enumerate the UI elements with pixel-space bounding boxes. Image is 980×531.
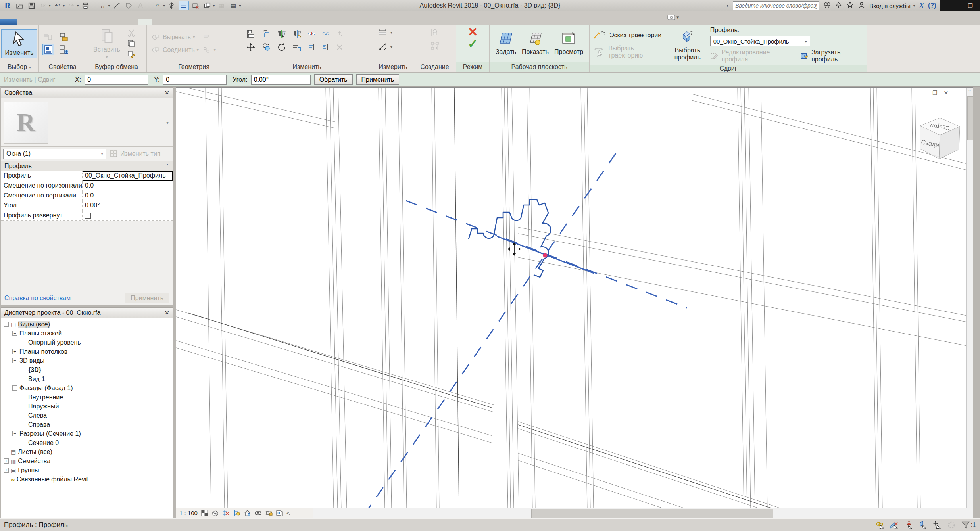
- tree-expander-icon[interactable]: −: [12, 385, 17, 391]
- param-row[interactable]: Профиль развернут: [1, 211, 173, 221]
- tree-item[interactable]: Справа: [1, 420, 173, 429]
- apply-options-button[interactable]: Применить: [356, 74, 400, 85]
- panel-caption-properties[interactable]: Свойства: [39, 62, 86, 72]
- tree-expander-icon[interactable]: −: [12, 431, 17, 436]
- selection-filter[interactable]: :1: [961, 521, 976, 529]
- tree-item[interactable]: − Планы этажей: [1, 329, 173, 338]
- ribbon-tab[interactable]: [98, 19, 111, 25]
- save-icon[interactable]: [26, 1, 37, 10]
- unpin-icon[interactable]: [334, 29, 345, 38]
- panel-caption-measure[interactable]: Измерить: [373, 62, 413, 72]
- shadows-icon[interactable]: [211, 509, 219, 517]
- panel-caption-clipboard[interactable]: Буфер обмена: [86, 62, 146, 72]
- offset-icon[interactable]: [260, 28, 272, 39]
- create-similar-icon[interactable]: [429, 40, 441, 52]
- sync-icon[interactable]: ⟳: [38, 1, 48, 10]
- tree-item[interactable]: Слева: [1, 411, 173, 420]
- properties-close-icon[interactable]: ✕: [164, 89, 169, 96]
- view-cube[interactable]: Сверху Сзади: [908, 111, 972, 162]
- panel-caption-select[interactable]: Выбор▾: [0, 62, 38, 72]
- keyboard-shortcuts-icon[interactable]: ▦: [216, 1, 227, 10]
- properties-help-link[interactable]: Справка по свойствам: [4, 295, 71, 302]
- param-row[interactable]: Смещение по горизонтали 0.0: [1, 181, 173, 191]
- minimize-button[interactable]: ─: [947, 2, 951, 9]
- browser-close-icon[interactable]: ✕: [164, 309, 169, 316]
- ribbon-state-toggle[interactable]: ▾: [667, 14, 679, 20]
- match-type-icon[interactable]: [126, 50, 136, 59]
- tile-windows-icon[interactable]: ▤: [228, 1, 238, 10]
- param-group-header[interactable]: Профиль⌃: [1, 161, 173, 171]
- y-input[interactable]: [163, 75, 227, 85]
- dimension-tool-icon[interactable]: [377, 41, 388, 52]
- align-icon[interactable]: [245, 28, 257, 39]
- view-close-icon[interactable]: ✕: [943, 90, 948, 96]
- split-face-icon[interactable]: [202, 45, 212, 55]
- tree-item[interactable]: − Разрезы (Сечение 1): [1, 429, 173, 438]
- open-icon[interactable]: [14, 1, 25, 10]
- tag-icon[interactable]: [123, 1, 134, 10]
- scroll-up-icon[interactable]: ⌃: [967, 88, 973, 94]
- tree-item[interactable]: Сечение 0: [1, 438, 173, 447]
- param-checkbox[interactable]: [85, 213, 91, 219]
- sketch-path-button[interactable]: Эскиз траектории: [593, 31, 661, 40]
- user-icon[interactable]: [858, 1, 865, 10]
- trim-extend-corner-icon[interactable]: [291, 42, 303, 53]
- flip-button[interactable]: Обратить: [314, 74, 353, 85]
- tree-item[interactable]: + Планы потолков: [1, 347, 173, 356]
- ribbon-tab[interactable]: [125, 19, 138, 25]
- search-expand-icon[interactable]: ▸: [727, 4, 729, 8]
- split-with-gap-icon[interactable]: [321, 29, 331, 38]
- tree-item[interactable]: + ▥ Семейства: [1, 456, 173, 466]
- crop-view-icon[interactable]: [222, 509, 230, 517]
- sync-dropdown-icon[interactable]: ▾: [49, 4, 51, 8]
- show-crop-icon[interactable]: [233, 509, 240, 517]
- workplane-show-button[interactable]: Показать: [521, 31, 550, 56]
- tree-expander-icon[interactable]: +: [4, 468, 9, 473]
- customize-qat-icon[interactable]: ▾: [239, 3, 241, 8]
- join-geometry-icon[interactable]: [150, 45, 161, 55]
- type-preview[interactable]: R ▾: [1, 98, 173, 147]
- create-group-icon[interactable]: [429, 27, 441, 38]
- undo-dropdown-icon[interactable]: ▾: [63, 4, 65, 8]
- communication-center-icon[interactable]: [835, 1, 842, 10]
- param-row[interactable]: Угол 0.00°: [1, 201, 173, 211]
- copy-icon[interactable]: [126, 39, 136, 48]
- ribbon-tab[interactable]: [84, 19, 98, 25]
- load-family-icon[interactable]: [58, 44, 70, 55]
- restore-button[interactable]: ❐: [968, 2, 973, 9]
- switch-windows-dropdown-icon[interactable]: ▾: [213, 4, 215, 8]
- panel-caption-workplane[interactable]: Рабочая плоскость: [490, 62, 589, 72]
- ribbon-tab[interactable]: [57, 19, 71, 25]
- tree-expander-icon[interactable]: −: [4, 322, 9, 327]
- family-types-icon[interactable]: [42, 32, 54, 43]
- select-links-icon[interactable]: [876, 521, 884, 529]
- default-3d-view-icon[interactable]: ⌂: [152, 1, 163, 10]
- angle-input[interactable]: [251, 75, 311, 85]
- exchange-apps-icon[interactable]: X: [919, 1, 924, 10]
- save-orientation-icon[interactable]: [244, 509, 251, 517]
- workplane-set-button[interactable]: Задать: [495, 31, 517, 56]
- new-family-icon[interactable]: [58, 32, 70, 43]
- copy-element-icon[interactable]: [260, 42, 272, 53]
- mirror-pick-axis-icon[interactable]: [276, 28, 288, 39]
- view-scale[interactable]: 1 : 100: [179, 510, 198, 516]
- help-icon[interactable]: (?): [928, 2, 936, 9]
- collapse-viewbar-icon[interactable]: <: [286, 510, 290, 516]
- tree-item[interactable]: − Фасады (Фасад 1): [1, 383, 173, 393]
- tree-item[interactable]: ∞ Связанные файлы Revit: [1, 475, 173, 484]
- profile-dropdown[interactable]: 00_Окно_Стойка_Профиль▾: [710, 36, 810, 46]
- trim-extend-single-icon[interactable]: [307, 42, 317, 52]
- close-hidden-windows-icon[interactable]: [190, 1, 201, 10]
- panel-caption-create[interactable]: Создание: [413, 62, 456, 72]
- cancel-sweep-icon[interactable]: ✕: [468, 27, 478, 38]
- lock-view-icon[interactable]: [265, 509, 273, 517]
- measure-tool-icon[interactable]: [377, 27, 388, 38]
- redo-icon[interactable]: ↷: [66, 1, 77, 10]
- tree-item[interactable]: Опорный уровень: [1, 338, 173, 347]
- vertical-scrollbar[interactable]: ⌃: [966, 88, 973, 508]
- element-filter-select[interactable]: Окна (1)˅: [3, 149, 106, 159]
- finish-sweep-icon[interactable]: ✓: [468, 38, 478, 50]
- edit-profile-button[interactable]: Редактирование профиля: [710, 49, 792, 63]
- search-icon[interactable]: [823, 1, 831, 10]
- ribbon-tab[interactable]: [138, 19, 152, 25]
